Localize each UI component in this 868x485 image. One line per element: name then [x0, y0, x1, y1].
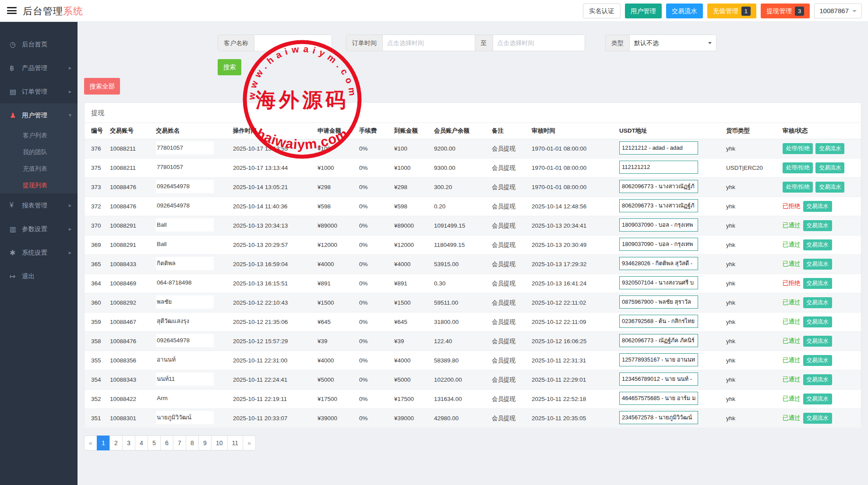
sidebar-item-报表管理[interactable]: ¥报表管理▸ [0, 193, 78, 217]
pagination-page-1[interactable]: 1 [97, 436, 110, 450]
trade-flow-row-button[interactable]: 交易流水 [803, 355, 832, 366]
usdt-address-field[interactable]: 9320507104 - นางสงวนศรี บ [619, 276, 698, 289]
status-approved-label: 已通过 [783, 337, 801, 344]
cell-arrive-amount: ¥1500 [392, 293, 431, 313]
usdt-address-field[interactable]: 2345672578 - นายภูมิวิวัฒน์ [619, 411, 698, 424]
pagination-page-6[interactable]: 6 [160, 436, 173, 450]
navbar-actions: 实名认证 用户管理 交易流水 充值管理 1 提现管理 3 10087867 [583, 4, 862, 18]
usdt-address-field[interactable]: 8062096773 - นางสาวณัฏฐ์ภั [619, 199, 698, 212]
trade-flow-row-button[interactable]: 交易流水 [803, 297, 832, 308]
sidebar-item-产品管理[interactable]: ฿产品管理▸ [0, 56, 78, 80]
usdt-address-field[interactable]: 8062096773 - นางสาวณัฏฐ์ภั [619, 180, 698, 193]
sidebar-item-退出[interactable]: ↦退出 [0, 264, 78, 288]
sidebar-item-用户管理[interactable]: ♟用户管理▾ [0, 103, 78, 127]
sidebar-item-订单管理[interactable]: ▤订单管理▸ [0, 80, 78, 103]
sidebar-item-label: 参数设置 [22, 225, 69, 233]
pagination-page-4[interactable]: 4 [135, 436, 148, 450]
process-reject-button[interactable]: 处理/拒绝 [783, 162, 813, 173]
column-header: 货币类型 [723, 123, 780, 139]
pagination-prev[interactable]: « [84, 436, 97, 450]
cell-id: 373 [85, 178, 107, 197]
trade-flow-row-button[interactable]: 交易流水 [803, 374, 832, 385]
usdt-address-field[interactable]: 464657575685 - นาย อาร์ม ม [619, 392, 698, 405]
trade-flow-row-button[interactable]: 交易流水 [803, 336, 832, 347]
sidebar-subitem-客户列表[interactable]: 客户列表 [0, 127, 78, 144]
status-approved-label: 已通过 [783, 357, 801, 363]
pagination-page-9[interactable]: 9 [198, 436, 212, 450]
process-reject-button[interactable]: 处理/拒绝 [783, 182, 813, 193]
hamburger-menu-icon[interactable] [7, 7, 17, 15]
pagination-page-11[interactable]: 11 [227, 436, 243, 450]
cell-op-time: 2025-10-17 13:13:44 [230, 158, 315, 178]
trade-flow-button[interactable]: 交易流水 [666, 4, 703, 18]
sidebar-item-参数设置[interactable]: ▥参数设置▸ [0, 217, 78, 241]
trade-flow-row-button[interactable]: 交易流水 [803, 259, 832, 270]
type-select[interactable]: 默认不选 [630, 35, 716, 51]
customer-name-input[interactable] [254, 35, 332, 51]
usdt-address-field[interactable]: 0875967900 - พลชัย สุราวัล [619, 295, 698, 309]
usdt-address-field[interactable]: 1809037090 - บอล - กรุงเทพ [619, 218, 698, 232]
sidebar-subitem-提现列表[interactable]: 提现列表 [0, 177, 78, 193]
recharge-management-button[interactable]: 充值管理 1 [707, 4, 756, 18]
sidebar-item-label: 产品管理 [22, 64, 69, 72]
usdt-address-field[interactable]: 1809037090 - บอล - กรุงเทพ [619, 238, 698, 251]
cell-status: 已通过交易流水 [780, 216, 861, 235]
user-management-button[interactable]: 用户管理 [625, 4, 662, 18]
sidebar-subitem-充值列表[interactable]: 充值列表 [0, 160, 78, 177]
cell-remark: 会员提现 [489, 351, 529, 370]
pagination-next[interactable]: » [243, 436, 256, 450]
pagination-page-2[interactable]: 2 [109, 436, 123, 450]
usdt-address-field[interactable]: 0236792568 - ต้น - กสิกรไทย [619, 315, 698, 328]
sidebar-item-label: 订单管理 [22, 88, 69, 96]
pagination-page-8[interactable]: 8 [186, 436, 199, 450]
trade-flow-row-button[interactable]: 交易流水 [803, 394, 832, 404]
account-dropdown[interactable]: 10087867 [814, 4, 862, 18]
yen-icon: ¥ [10, 201, 22, 209]
sidebar-item-系统设置[interactable]: ✱系统设置▸ [0, 241, 78, 264]
trade-flow-row-button[interactable]: 交易流水 [803, 413, 832, 424]
cell-balance: 9200.00 [431, 139, 489, 158]
search-button[interactable]: 搜索 [218, 59, 241, 75]
trade-flow-row-button[interactable]: 交易流水 [803, 201, 832, 212]
trade-flow-row-button[interactable]: 交易流水 [815, 162, 844, 173]
cell-op-time: 2025-10-13 20:34:13 [230, 216, 315, 235]
pagination-page-3[interactable]: 3 [122, 436, 135, 450]
realname-auth-button[interactable]: 实名认证 [583, 4, 621, 18]
status-approved-label: 已通过 [783, 241, 801, 248]
pagination-page-10[interactable]: 10 [211, 436, 228, 450]
trade-flow-row-button[interactable]: 交易流水 [803, 316, 832, 327]
order-time-end-input[interactable] [493, 35, 585, 51]
cell-status: 处理/拒绝交易流水 [780, 139, 861, 158]
cell-currency-type: yhk [723, 390, 780, 409]
status-approved-label: 已通过 [783, 318, 801, 325]
cell-balance: 0.30 [431, 274, 489, 293]
trade-flow-row-button[interactable]: 交易流水 [803, 239, 832, 250]
cell-account: 10088422 [107, 390, 153, 409]
name-value: 77801057 [156, 161, 214, 174]
usdt-address-field[interactable]: 123456789012 - นาย นนท์ - [619, 373, 698, 386]
cell-apply-amount: ¥4000 [315, 255, 356, 274]
usdt-address-field[interactable]: 112121212 [619, 161, 698, 174]
name-value: Arm [156, 392, 214, 405]
trade-flow-row-button[interactable]: 交易流水 [815, 182, 844, 193]
order-time-start-input[interactable] [383, 35, 475, 51]
pagination-page-5[interactable]: 5 [148, 436, 161, 450]
usdt-address-field[interactable]: 934628026 - กิตติพล สุวัสดี - [619, 257, 698, 270]
usdt-address-field[interactable]: 12121212 - adad - adad [619, 141, 698, 155]
pagination-page-7[interactable]: 7 [173, 436, 186, 450]
column-header: 审核/状态 [780, 123, 861, 139]
cell-arrive-amount: ¥4000 [392, 351, 431, 370]
sidebar-subitem-我的团队[interactable]: 我的团队 [0, 144, 78, 160]
process-reject-button[interactable]: 处理/拒绝 [783, 143, 813, 154]
usdt-address-field[interactable]: 125778935167 - นาย อานนท [619, 353, 698, 366]
cell-balance: 31800.00 [431, 313, 489, 332]
sidebar-item-后台首页[interactable]: ◷后台首页 [0, 32, 78, 56]
trade-flow-row-button[interactable]: 交易流水 [803, 278, 832, 289]
withdraw-management-button[interactable]: 提现管理 3 [761, 4, 810, 18]
trade-flow-row-button[interactable]: 交易流水 [803, 220, 832, 231]
chevron-right-icon: ▾ [69, 112, 71, 118]
usdt-address-field[interactable]: 8062096773 - ณัฏฐ์ภัค ภัคนิร์ [619, 334, 698, 347]
trade-flow-row-button[interactable]: 交易流水 [815, 143, 844, 154]
cell-currency-type: yhk [723, 274, 780, 293]
search-all-button[interactable]: 搜索全部 [84, 78, 120, 95]
